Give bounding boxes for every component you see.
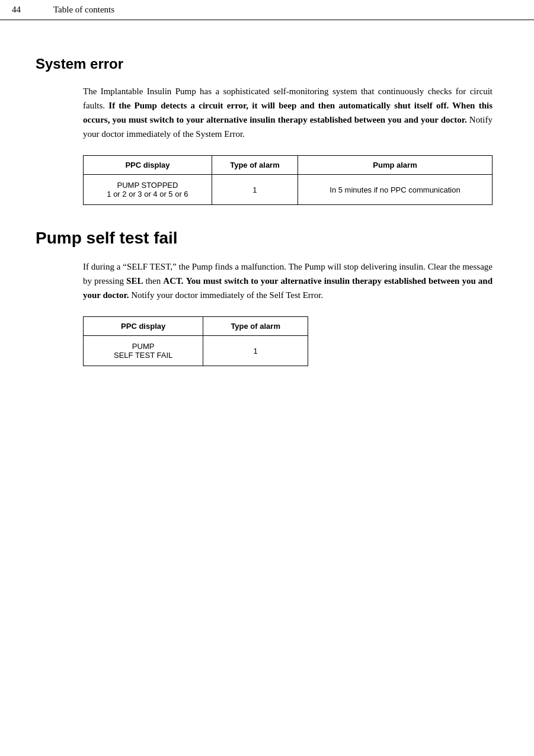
table-row: PUMP STOPPED1 or 2 or 3 or 4 or 5 or 6 1… [84, 175, 493, 205]
pump-self-test-table-wrapper: PPC display Type of alarm PUMPSELF TEST … [83, 316, 493, 366]
system-error-table-wrapper: PPC display Type of alarm Pump alarm PUM… [83, 155, 493, 205]
system-error-row-type: 1 [212, 175, 298, 205]
system-error-row-pump-alarm: In 5 minutes if no PPC communication [298, 175, 493, 205]
page-number: 44 [12, 5, 30, 15]
system-error-col-alarm-type: Type of alarm [212, 156, 298, 175]
system-error-text-bold: If the Pump detects a circuit error, it … [83, 101, 493, 124]
pump-self-test-row-ppc: PUMPSELF TEST FAIL [84, 336, 203, 366]
pump-self-test-col-ppc: PPC display [84, 317, 203, 336]
table-row: PUMPSELF TEST FAIL 1 [84, 336, 308, 366]
pump-self-test-col-alarm-type: Type of alarm [203, 317, 308, 336]
pump-self-test-row-type: 1 [203, 336, 308, 366]
page-header: 44 Table of contents [0, 0, 534, 20]
system-error-col-pump-alarm: Pump alarm [298, 156, 493, 175]
pump-self-test-title: Pump self test fail [36, 229, 498, 248]
system-error-row-ppc: PUMP STOPPED1 or 2 or 3 or 4 or 5 or 6 [84, 175, 212, 205]
pump-self-test-act: ACT. [163, 276, 183, 286]
system-error-col-ppc: PPC display [84, 156, 212, 175]
pump-self-test-table: PPC display Type of alarm PUMPSELF TEST … [83, 316, 308, 366]
system-error-table: PPC display Type of alarm Pump alarm PUM… [83, 155, 493, 205]
pump-self-test-body: If during a “SELF TEST,” the Pump finds … [83, 260, 493, 302]
system-error-body: The Implantable Insulin Pump has a sophi… [83, 84, 493, 141]
page-content: System error The Implantable Insulin Pum… [0, 20, 534, 408]
header-title: Table of contents [53, 5, 114, 15]
system-error-title: System error [36, 56, 498, 72]
pump-self-test-sel: SEL [126, 276, 143, 286]
